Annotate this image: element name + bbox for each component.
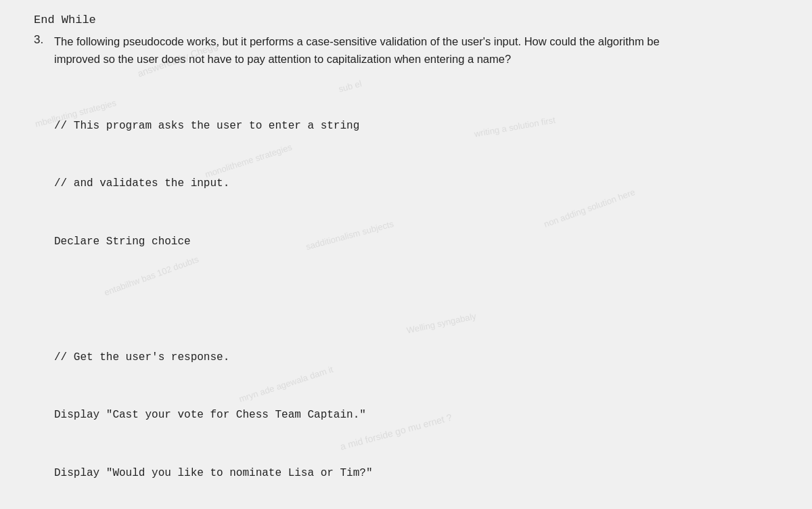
code-blank1 (54, 290, 778, 309)
code-declare: Declare String choice (54, 233, 778, 251)
code-comment2: // and validates the input. (54, 175, 778, 193)
page-container: answered by Chegg sub el writing a solut… (0, 0, 812, 509)
code-display1: Display "Cast your vote for Chess Team C… (54, 406, 778, 424)
code-display2: Display "Would you like to nominate Lisa… (54, 464, 778, 483)
question-number: 3. (34, 33, 54, 47)
question-3-block: 3. The following pseudocode works, but i… (34, 33, 778, 68)
question-text: The following pseudocode works, but it p… (54, 33, 663, 68)
end-while-top: End While (34, 14, 778, 26)
code-comment1: // This program asks the user to enter a… (54, 117, 778, 135)
code-comment3: // Get the user's response. (54, 349, 778, 367)
code-block: // This program asks the user to enter a… (54, 80, 778, 509)
